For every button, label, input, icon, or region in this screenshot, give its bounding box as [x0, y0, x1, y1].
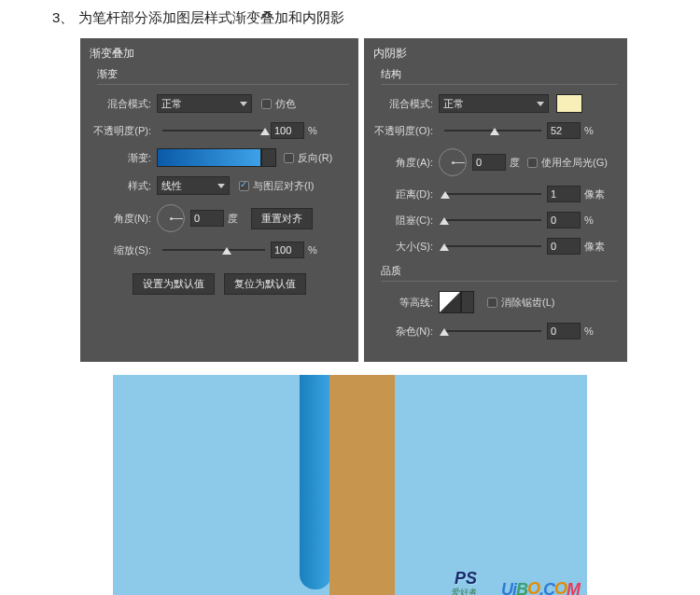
style-select[interactable]: 线性: [157, 176, 230, 195]
blend-mode-value: 正常: [443, 97, 464, 111]
slider-knob-icon: [490, 128, 499, 135]
style-row: 样式: 线性 与图层对齐(I): [90, 176, 349, 195]
angle-dial[interactable]: [439, 148, 467, 176]
panel-title: 内阴影: [373, 46, 618, 62]
contour-label: 等高线:: [373, 296, 439, 310]
scale-unit: %: [308, 244, 317, 256]
noise-row: 杂色(N): %: [373, 323, 618, 339]
style-label: 样式:: [90, 179, 157, 193]
watermark-text: UiBO.COM: [501, 580, 580, 595]
angle-label: 角度(A):: [373, 156, 439, 170]
distance-row: 距离(D): 像素: [373, 186, 618, 202]
noise-unit: %: [584, 325, 594, 337]
align-checkbox[interactable]: [239, 181, 249, 191]
chevron-down-icon: [537, 102, 544, 106]
contour-row: 等高线: 消除锯齿(L): [373, 291, 618, 313]
blend-mode-label: 混合模式:: [90, 97, 157, 111]
scale-row: 缩放(S): %: [90, 242, 349, 258]
choke-input[interactable]: [547, 212, 581, 228]
reset-default-button[interactable]: 复位为默认值: [224, 273, 306, 295]
scale-slider[interactable]: [162, 249, 265, 251]
antialias-label: 消除锯齿(L): [501, 296, 554, 310]
angle-row: 角度(A): 度 使用全局光(G): [373, 148, 618, 176]
opacity-unit: %: [308, 125, 317, 136]
section-title-structure: 结构: [381, 67, 618, 85]
dither-checkbox[interactable]: [261, 99, 272, 109]
angle-input[interactable]: [190, 210, 224, 227]
opacity-input[interactable]: [547, 122, 581, 139]
chevron-down-icon: [240, 102, 247, 106]
slider-knob-icon: [441, 191, 450, 199]
size-row: 大小(S): 像素: [373, 238, 618, 255]
size-label: 大小(S):: [373, 240, 439, 254]
step-number: 3、: [52, 9, 74, 25]
watermark-ps: PS: [455, 569, 477, 588]
blend-mode-label: 混合模式:: [373, 97, 439, 111]
slider-knob-icon: [440, 217, 449, 225]
opacity-label: 不透明度(P):: [90, 124, 157, 138]
blend-mode-select[interactable]: 正常: [157, 94, 252, 113]
preview-canvas: PS 爱好者 UiBO.COM: [113, 375, 587, 595]
opacity-slider[interactable]: [162, 130, 265, 131]
angle-dial[interactable]: [157, 204, 185, 232]
watermark-sub: 爱好者: [452, 587, 477, 595]
distance-label: 距离(D):: [373, 187, 439, 201]
section-title: 渐变: [97, 67, 349, 85]
angle-label: 角度(N):: [90, 212, 157, 226]
global-light-label: 使用全局光(G): [541, 156, 608, 170]
make-default-button[interactable]: 设置为默认值: [133, 273, 215, 295]
blend-mode-select[interactable]: 正常: [439, 94, 549, 113]
size-slider[interactable]: [444, 245, 541, 247]
opacity-row: 不透明度(P): %: [90, 122, 349, 139]
choke-slider[interactable]: [444, 219, 541, 221]
style-value: 线性: [161, 179, 182, 193]
noise-slider[interactable]: [444, 330, 541, 332]
inner-shadow-panel: 内阴影 结构 混合模式: 正常 不透明度(O): % 角度(A):: [364, 38, 627, 362]
slider-knob-icon: [260, 128, 270, 135]
antialias-checkbox[interactable]: [487, 298, 497, 308]
dither-label: 仿色: [275, 97, 296, 111]
choke-row: 阻塞(C): %: [373, 212, 618, 228]
slider-knob-icon: [440, 243, 449, 251]
angle-dot-icon: [170, 217, 173, 220]
opacity-slider[interactable]: [444, 130, 541, 131]
reverse-checkbox[interactable]: [284, 153, 294, 163]
gradient-label: 渐变:: [90, 151, 157, 165]
reverse-label: 反向(R): [298, 151, 332, 165]
distance-input[interactable]: [547, 186, 581, 202]
opacity-label: 不透明度(O):: [373, 124, 439, 138]
opacity-unit: %: [584, 125, 594, 136]
reset-align-button[interactable]: 重置对齐: [251, 208, 313, 229]
align-label: 与图层对齐(I): [253, 179, 314, 193]
contour-swatch[interactable]: [439, 291, 461, 313]
size-unit: 像素: [584, 240, 605, 254]
choke-label: 阻塞(C):: [373, 214, 439, 228]
step-text: 为笔杆部分添加图层样式渐变叠加和内阴影: [78, 9, 344, 25]
section-title-quality: 品质: [381, 264, 618, 282]
size-input[interactable]: [547, 238, 581, 255]
gradient-dropdown[interactable]: [261, 148, 276, 167]
noise-label: 杂色(N):: [373, 325, 439, 339]
pen-body-shape: [329, 375, 395, 595]
scale-label: 缩放(S):: [90, 243, 157, 257]
noise-input[interactable]: [547, 323, 581, 339]
scale-input[interactable]: [271, 242, 304, 258]
gradient-swatch[interactable]: [157, 148, 261, 167]
global-light-checkbox[interactable]: [527, 158, 538, 168]
distance-slider[interactable]: [444, 193, 541, 195]
pen-blue-shape: [300, 375, 331, 589]
panel-title: 渐变叠加: [90, 46, 349, 62]
opacity-input[interactable]: [271, 122, 304, 139]
choke-unit: %: [584, 214, 594, 226]
angle-input[interactable]: [472, 154, 506, 171]
angle-unit: 度: [510, 156, 520, 170]
gradient-overlay-panel: 渐变叠加 渐变 混合模式: 正常 仿色 不透明度(P): % 渐变:: [80, 38, 358, 362]
chevron-down-icon: [217, 184, 225, 188]
gradient-row: 渐变: 反向(R): [90, 148, 349, 167]
angle-dot-icon: [452, 161, 455, 164]
distance-unit: 像素: [584, 187, 605, 201]
blend-mode-value: 正常: [161, 97, 182, 111]
shadow-color-swatch[interactable]: [556, 94, 582, 113]
slider-knob-icon: [440, 328, 449, 336]
contour-dropdown[interactable]: [461, 291, 474, 313]
